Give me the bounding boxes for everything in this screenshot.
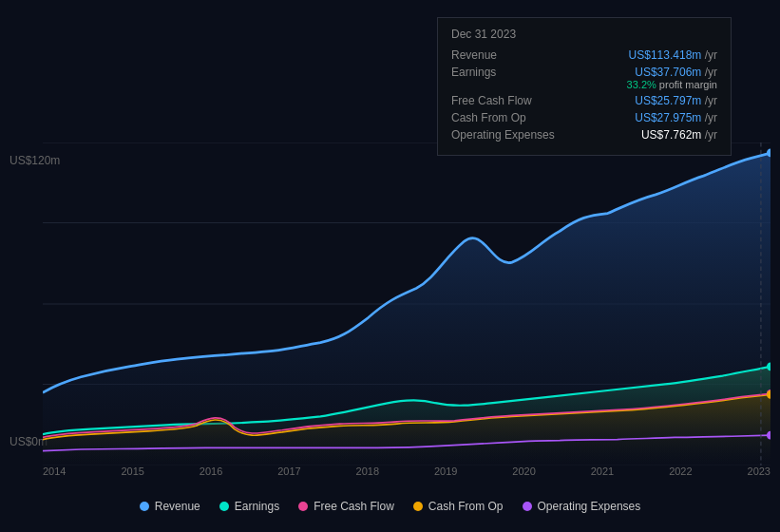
tooltip-label-opex: Operating Expenses <box>451 128 556 142</box>
tooltip-value-cashop: US$27.975m /yr <box>635 111 717 124</box>
x-label-2015: 2015 <box>121 466 143 477</box>
x-label-2016: 2016 <box>200 466 222 477</box>
tooltip-box: Dec 31 2023 Revenue US$113.418m /yr Earn… <box>437 17 732 156</box>
legend-dot-opex <box>523 502 532 511</box>
x-label-2019: 2019 <box>434 466 457 477</box>
x-label-2021: 2021 <box>591 466 614 477</box>
legend-label-cashop: Cash From Op <box>428 500 504 513</box>
tooltip-label-revenue: Revenue <box>451 48 556 62</box>
legend-cashop[interactable]: Cash From Op <box>413 500 504 513</box>
legend-fcf[interactable]: Free Cash Flow <box>298 500 394 513</box>
legend-dot-revenue <box>140 502 149 511</box>
tooltip-value-earnings: US$37.706m /yr 33.2% profit margin <box>627 66 717 90</box>
legend-label-earnings: Earnings <box>235 500 279 513</box>
tooltip-value-fcf: US$25.797m /yr <box>635 94 717 107</box>
tooltip-row-opex: Operating Expenses US$7.762m /yr <box>451 128 717 142</box>
legend-earnings[interactable]: Earnings <box>219 500 279 513</box>
tooltip-row-earnings: Earnings US$37.706m /yr 33.2% profit mar… <box>451 66 717 90</box>
x-label-2017: 2017 <box>277 466 300 477</box>
chart-svg <box>43 142 770 466</box>
legend-dot-earnings <box>219 502 229 511</box>
legend-label-opex: Operating Expenses <box>538 500 641 513</box>
legend-dot-cashop <box>413 502 423 511</box>
tooltip-row-fcf: Free Cash Flow US$25.797m /yr <box>451 94 717 107</box>
x-label-2014: 2014 <box>43 466 66 477</box>
tooltip-label-fcf: Free Cash Flow <box>451 94 556 107</box>
x-labels: 2014 2015 2016 2017 2018 2019 2020 2021 … <box>43 466 770 477</box>
x-label-2020: 2020 <box>512 466 535 477</box>
tooltip-value-opex: US$7.762m /yr <box>641 128 717 142</box>
tooltip-value-revenue: US$113.418m /yr <box>629 48 717 62</box>
tooltip-row-cashop: Cash From Op US$27.975m /yr <box>451 111 717 124</box>
legend-revenue[interactable]: Revenue <box>140 500 200 513</box>
chart-container: Dec 31 2023 Revenue US$113.418m /yr Earn… <box>0 0 780 532</box>
x-label-2022: 2022 <box>669 466 692 477</box>
tooltip-label-earnings: Earnings <box>451 66 556 79</box>
legend-opex[interactable]: Operating Expenses <box>523 500 641 513</box>
legend-label-revenue: Revenue <box>155 500 200 513</box>
tooltip-row-revenue: Revenue US$113.418m /yr <box>451 48 717 62</box>
legend-label-fcf: Free Cash Flow <box>314 500 394 513</box>
profit-margin: 33.2% profit margin <box>627 79 717 90</box>
x-label-2018: 2018 <box>356 466 379 477</box>
tooltip-date: Dec 31 2023 <box>451 28 717 41</box>
y-label-bottom: US$0m <box>10 435 48 448</box>
tooltip-label-cashop: Cash From Op <box>451 111 556 124</box>
legend-dot-fcf <box>298 502 308 511</box>
x-label-2023: 2023 <box>748 466 770 477</box>
chart-area <box>43 142 770 466</box>
legend: Revenue Earnings Free Cash Flow Cash Fro… <box>0 500 780 513</box>
